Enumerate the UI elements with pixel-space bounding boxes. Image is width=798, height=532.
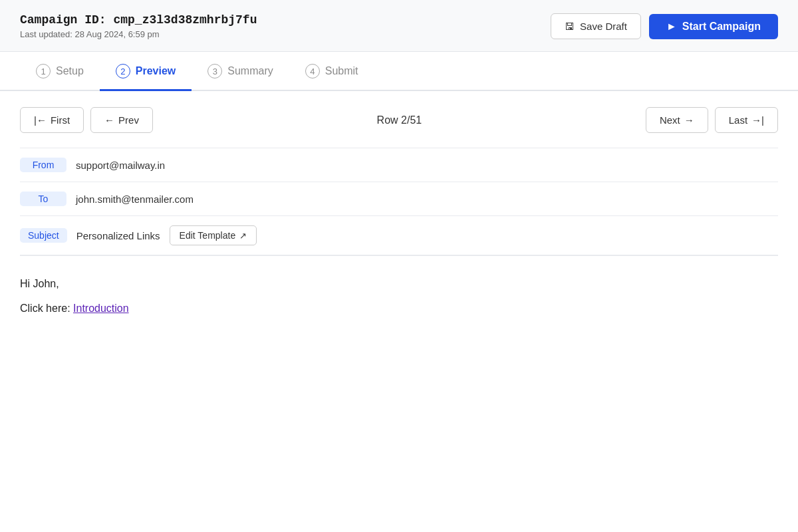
first-icon: |←: [34, 114, 47, 126]
prev-button[interactable]: ← Prev: [90, 107, 153, 133]
to-value: john.smith@tenmailer.com: [76, 194, 194, 205]
header-actions: 🖫 Save Draft ► Start Campaign: [551, 13, 778, 39]
tab-preview-number: 2: [116, 64, 130, 78]
tab-summary[interactable]: 3 Summary: [192, 52, 289, 91]
tab-setup-number: 1: [36, 64, 51, 78]
tab-preview-label: Preview: [136, 65, 176, 77]
last-updated: Last updated: 28 Aug 2024, 6:59 pm: [20, 29, 257, 39]
next-icon: →: [684, 114, 694, 126]
edit-template-button[interactable]: Edit Template ↗: [170, 225, 257, 245]
tab-setup-label: Setup: [56, 65, 84, 77]
first-button[interactable]: |← First: [20, 107, 84, 133]
from-value: support@mailway.in: [76, 160, 165, 171]
tab-submit-label: Submit: [325, 65, 358, 77]
subject-label: Subject: [20, 228, 67, 243]
campaign-info: Campaign ID: cmp_z3l3d38zmhrbj7fu Last u…: [20, 13, 257, 39]
subject-row: Subject Personalized Links Edit Template…: [20, 216, 778, 255]
save-draft-button[interactable]: 🖫 Save Draft: [551, 13, 641, 39]
prev-icon: ←: [104, 114, 114, 126]
to-row: To john.smith@tenmailer.com: [20, 182, 778, 216]
email-link[interactable]: Introduction: [73, 303, 129, 314]
tab-submit-number: 4: [305, 64, 320, 78]
nav-right: Next → Last →|: [646, 107, 778, 133]
external-link-icon: ↗: [239, 231, 247, 241]
next-button[interactable]: Next →: [646, 107, 708, 133]
header: Campaign ID: cmp_z3l3d38zmhrbj7fu Last u…: [0, 0, 798, 52]
navigation-row: |← First ← Prev Row 2/51 Next → Last →|: [20, 107, 778, 133]
tab-preview[interactable]: 2 Preview: [100, 52, 192, 91]
tab-summary-number: 3: [207, 64, 222, 78]
start-icon: ►: [666, 21, 677, 33]
from-row: From support@mailway.in: [20, 148, 778, 182]
email-greeting: Hi John,: [20, 275, 778, 293]
last-button[interactable]: Last →|: [715, 107, 778, 133]
nav-left: |← First ← Prev: [20, 107, 153, 133]
tab-submit[interactable]: 4 Submit: [289, 52, 374, 91]
save-icon: 🖫: [565, 21, 575, 32]
email-cta-text: Click here:: [20, 303, 70, 314]
row-indicator: Row 2/51: [377, 114, 422, 126]
start-campaign-button[interactable]: ► Start Campaign: [649, 14, 778, 39]
campaign-id: Campaign ID: cmp_z3l3d38zmhrbj7fu: [20, 13, 257, 27]
from-label: From: [20, 158, 66, 172]
tab-setup[interactable]: 1 Setup: [20, 52, 100, 91]
subject-value: Personalized Links: [76, 230, 160, 241]
to-label: To: [20, 192, 66, 206]
last-icon: →|: [751, 114, 764, 126]
email-cta-line: Click here: Introduction: [20, 299, 778, 317]
tab-summary-label: Summary: [227, 65, 273, 77]
main-content: |← First ← Prev Row 2/51 Next → Last →| …: [0, 91, 798, 353]
tabs-nav: 1 Setup 2 Preview 3 Summary 4 Submit: [0, 52, 798, 91]
email-body: Hi John, Click here: Introduction: [20, 256, 778, 337]
